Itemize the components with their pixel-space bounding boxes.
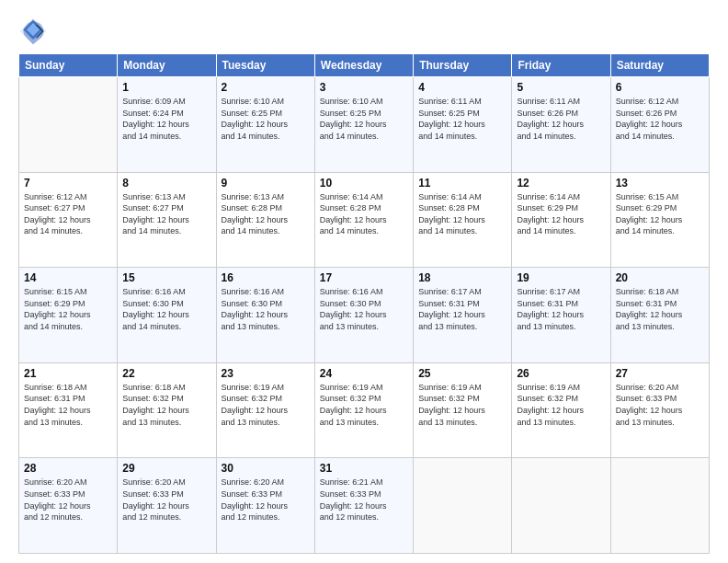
day-number: 2: [222, 81, 310, 94]
calendar-cell: 8Sunrise: 6:13 AM Sunset: 6:27 PM Daylig…: [118, 172, 216, 268]
day-number: 1: [122, 81, 210, 94]
calendar-cell: 5Sunrise: 6:11 AM Sunset: 6:26 PM Daylig…: [512, 77, 610, 173]
weekday-monday: Monday: [118, 54, 216, 77]
day-number: 15: [122, 271, 210, 284]
calendar-week-3: 14Sunrise: 6:15 AM Sunset: 6:29 PM Dayli…: [19, 268, 710, 363]
day-info: Sunrise: 6:21 AM Sunset: 6:33 PM Dayligh…: [320, 477, 408, 523]
calendar-cell: 4Sunrise: 6:11 AM Sunset: 6:25 PM Daylig…: [414, 77, 512, 173]
day-number: 23: [222, 367, 310, 380]
weekday-tuesday: Tuesday: [216, 54, 314, 77]
day-info: Sunrise: 6:18 AM Sunset: 6:32 PM Dayligh…: [122, 382, 210, 428]
day-info: Sunrise: 6:09 AM Sunset: 6:24 PM Dayligh…: [122, 96, 210, 142]
calendar-cell: 29Sunrise: 6:20 AM Sunset: 6:33 PM Dayli…: [118, 458, 216, 554]
day-number: 22: [122, 367, 210, 380]
day-info: Sunrise: 6:16 AM Sunset: 6:30 PM Dayligh…: [122, 286, 210, 332]
day-info: Sunrise: 6:15 AM Sunset: 6:29 PM Dayligh…: [616, 191, 704, 237]
calendar-cell: 31Sunrise: 6:21 AM Sunset: 6:33 PM Dayli…: [314, 458, 413, 554]
day-number: 18: [418, 271, 506, 284]
day-info: Sunrise: 6:12 AM Sunset: 6:27 PM Dayligh…: [24, 191, 112, 237]
logo: [18, 17, 51, 46]
calendar-cell: 16Sunrise: 6:16 AM Sunset: 6:30 PM Dayli…: [216, 268, 314, 363]
day-info: Sunrise: 6:10 AM Sunset: 6:25 PM Dayligh…: [320, 96, 408, 142]
day-number: 27: [616, 367, 704, 380]
calendar-cell: 18Sunrise: 6:17 AM Sunset: 6:31 PM Dayli…: [414, 268, 512, 363]
day-number: 14: [24, 271, 112, 284]
day-info: Sunrise: 6:15 AM Sunset: 6:29 PM Dayligh…: [24, 286, 112, 332]
day-info: Sunrise: 6:20 AM Sunset: 6:33 PM Dayligh…: [24, 477, 112, 523]
calendar-week-2: 7Sunrise: 6:12 AM Sunset: 6:27 PM Daylig…: [19, 172, 710, 268]
day-number: 12: [517, 177, 605, 190]
calendar-cell: 25Sunrise: 6:19 AM Sunset: 6:32 PM Dayli…: [414, 362, 512, 458]
day-info: Sunrise: 6:11 AM Sunset: 6:25 PM Dayligh…: [418, 96, 506, 142]
day-number: 11: [418, 177, 506, 190]
day-number: 24: [320, 367, 408, 380]
day-number: 25: [418, 367, 506, 380]
day-info: Sunrise: 6:16 AM Sunset: 6:30 PM Dayligh…: [320, 286, 408, 332]
calendar-cell: 10Sunrise: 6:14 AM Sunset: 6:28 PM Dayli…: [314, 172, 413, 268]
calendar-cell: 12Sunrise: 6:14 AM Sunset: 6:29 PM Dayli…: [512, 172, 610, 268]
calendar-week-1: 1Sunrise: 6:09 AM Sunset: 6:24 PM Daylig…: [19, 77, 710, 173]
calendar-week-5: 28Sunrise: 6:20 AM Sunset: 6:33 PM Dayli…: [19, 458, 710, 554]
page: SundayMondayTuesdayWednesdayThursdayFrid…: [0, 0, 728, 563]
calendar-cell: 28Sunrise: 6:20 AM Sunset: 6:33 PM Dayli…: [19, 458, 118, 554]
day-number: 31: [320, 462, 408, 475]
calendar-body: 1Sunrise: 6:09 AM Sunset: 6:24 PM Daylig…: [19, 77, 710, 554]
day-info: Sunrise: 6:11 AM Sunset: 6:26 PM Dayligh…: [517, 96, 605, 142]
calendar-cell: 3Sunrise: 6:10 AM Sunset: 6:25 PM Daylig…: [314, 77, 413, 173]
day-info: Sunrise: 6:13 AM Sunset: 6:28 PM Dayligh…: [222, 191, 310, 237]
day-number: 19: [517, 271, 605, 284]
calendar-cell: 20Sunrise: 6:18 AM Sunset: 6:31 PM Dayli…: [610, 268, 709, 363]
calendar-table: SundayMondayTuesdayWednesdayThursdayFrid…: [18, 53, 710, 554]
calendar-cell: 24Sunrise: 6:19 AM Sunset: 6:32 PM Dayli…: [314, 362, 413, 458]
day-info: Sunrise: 6:10 AM Sunset: 6:25 PM Dayligh…: [222, 96, 310, 142]
calendar-cell: 13Sunrise: 6:15 AM Sunset: 6:29 PM Dayli…: [610, 172, 709, 268]
day-info: Sunrise: 6:20 AM Sunset: 6:33 PM Dayligh…: [616, 382, 704, 428]
day-number: 21: [24, 367, 112, 380]
day-number: 4: [418, 81, 506, 94]
calendar-header: SundayMondayTuesdayWednesdayThursdayFrid…: [19, 54, 710, 77]
day-info: Sunrise: 6:19 AM Sunset: 6:32 PM Dayligh…: [320, 382, 408, 428]
calendar-cell: 11Sunrise: 6:14 AM Sunset: 6:28 PM Dayli…: [414, 172, 512, 268]
calendar-cell: 9Sunrise: 6:13 AM Sunset: 6:28 PM Daylig…: [216, 172, 314, 268]
calendar-cell: 19Sunrise: 6:17 AM Sunset: 6:31 PM Dayli…: [512, 268, 610, 363]
day-number: 13: [616, 177, 704, 190]
day-info: Sunrise: 6:20 AM Sunset: 6:33 PM Dayligh…: [222, 477, 310, 523]
calendar-cell: 2Sunrise: 6:10 AM Sunset: 6:25 PM Daylig…: [216, 77, 314, 173]
calendar-cell: 22Sunrise: 6:18 AM Sunset: 6:32 PM Dayli…: [118, 362, 216, 458]
calendar-cell: 7Sunrise: 6:12 AM Sunset: 6:27 PM Daylig…: [19, 172, 118, 268]
day-info: Sunrise: 6:14 AM Sunset: 6:29 PM Dayligh…: [517, 191, 605, 237]
day-number: 30: [222, 462, 310, 475]
day-info: Sunrise: 6:14 AM Sunset: 6:28 PM Dayligh…: [320, 191, 408, 237]
day-info: Sunrise: 6:19 AM Sunset: 6:32 PM Dayligh…: [517, 382, 605, 428]
day-number: 20: [616, 271, 704, 284]
weekday-header-row: SundayMondayTuesdayWednesdayThursdayFrid…: [19, 54, 710, 77]
calendar-cell: 30Sunrise: 6:20 AM Sunset: 6:33 PM Dayli…: [216, 458, 314, 554]
header: [18, 17, 710, 46]
calendar-cell: 23Sunrise: 6:19 AM Sunset: 6:32 PM Dayli…: [216, 362, 314, 458]
calendar-cell: 17Sunrise: 6:16 AM Sunset: 6:30 PM Dayli…: [314, 268, 413, 363]
day-info: Sunrise: 6:17 AM Sunset: 6:31 PM Dayligh…: [418, 286, 506, 332]
calendar-cell: [512, 458, 610, 554]
day-info: Sunrise: 6:18 AM Sunset: 6:31 PM Dayligh…: [616, 286, 704, 332]
calendar-cell: [414, 458, 512, 554]
calendar-cell: 15Sunrise: 6:16 AM Sunset: 6:30 PM Dayli…: [118, 268, 216, 363]
day-info: Sunrise: 6:19 AM Sunset: 6:32 PM Dayligh…: [418, 382, 506, 428]
day-number: 10: [320, 177, 408, 190]
day-number: 6: [616, 81, 704, 94]
calendar-cell: 27Sunrise: 6:20 AM Sunset: 6:33 PM Dayli…: [610, 362, 709, 458]
calendar-cell: 6Sunrise: 6:12 AM Sunset: 6:26 PM Daylig…: [610, 77, 709, 173]
calendar-cell: 1Sunrise: 6:09 AM Sunset: 6:24 PM Daylig…: [118, 77, 216, 173]
calendar-cell: 26Sunrise: 6:19 AM Sunset: 6:32 PM Dayli…: [512, 362, 610, 458]
weekday-thursday: Thursday: [414, 54, 512, 77]
day-number: 29: [122, 462, 210, 475]
day-info: Sunrise: 6:20 AM Sunset: 6:33 PM Dayligh…: [122, 477, 210, 523]
calendar-cell: 21Sunrise: 6:18 AM Sunset: 6:31 PM Dayli…: [19, 362, 118, 458]
weekday-friday: Friday: [512, 54, 610, 77]
day-info: Sunrise: 6:18 AM Sunset: 6:31 PM Dayligh…: [24, 382, 112, 428]
day-number: 7: [24, 177, 112, 190]
weekday-sunday: Sunday: [19, 54, 118, 77]
weekday-wednesday: Wednesday: [314, 54, 413, 77]
weekday-saturday: Saturday: [610, 54, 709, 77]
logo-icon: [18, 17, 48, 46]
day-number: 3: [320, 81, 408, 94]
